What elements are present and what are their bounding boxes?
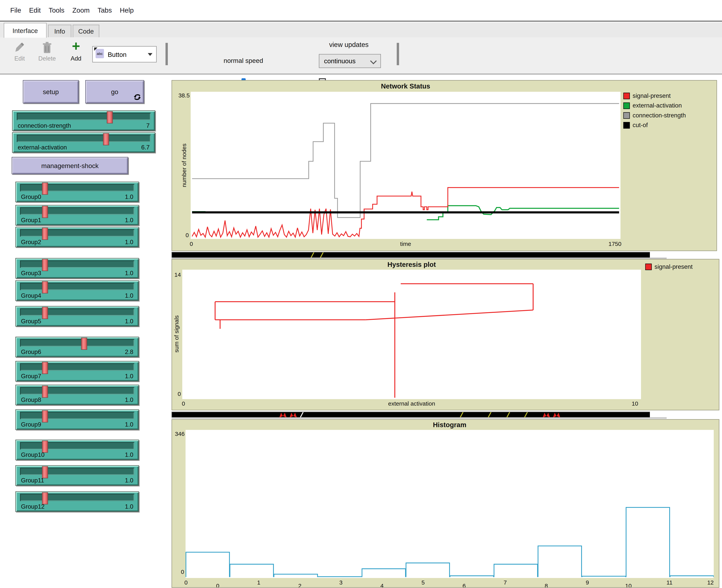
menu-item-edit[interactable]: Edit xyxy=(29,6,41,14)
go-forever-icon xyxy=(134,93,141,101)
slider-group3[interactable]: Group3 1.0 xyxy=(15,258,139,279)
slider-connection-strength[interactable]: connection-strength 7 xyxy=(12,110,155,131)
world-view-border xyxy=(172,257,667,259)
slider-label: Group1 xyxy=(21,216,41,224)
x-axis-max: 1750 xyxy=(597,241,621,247)
x-tick-label: 11 xyxy=(664,580,675,586)
update-mode-select[interactable]: continuous xyxy=(319,54,381,68)
slider-external-activation[interactable]: external-activation 6.7 xyxy=(12,132,155,153)
histogram-bar-10 xyxy=(626,507,669,577)
slider-handle[interactable] xyxy=(42,441,48,453)
slider-group8[interactable]: Group8 1.0 xyxy=(15,385,139,405)
menu-item-file[interactable]: File xyxy=(10,6,21,14)
legend-swatch-signal-present xyxy=(645,263,652,270)
slider-value: 1.0 xyxy=(125,451,133,458)
slider-handle[interactable] xyxy=(42,206,48,218)
slider-group6[interactable]: Group6 2.8 xyxy=(15,337,139,357)
slider-handle[interactable] xyxy=(42,385,48,398)
go-button[interactable]: go xyxy=(85,80,144,103)
plot-title: Hysteresis plot xyxy=(182,261,641,268)
slider-group1[interactable]: Group1 1.0 xyxy=(15,205,139,226)
slider-handle[interactable] xyxy=(42,362,48,374)
x-axis-label: time xyxy=(191,241,621,247)
widget-type-select[interactable]: abc Button xyxy=(92,46,157,62)
slider-handle[interactable] xyxy=(42,183,48,195)
slider-label: connection-strength xyxy=(18,122,71,129)
y-axis-max: 14 xyxy=(173,272,181,278)
menu-item-zoom[interactable]: Zoom xyxy=(73,6,90,14)
slider-handle[interactable] xyxy=(42,492,48,504)
slider-group2[interactable]: Group2 1.0 xyxy=(15,227,139,247)
y-axis-max: 346 xyxy=(173,431,184,437)
slider-value: 1.0 xyxy=(125,318,133,325)
legend-swatch-cut-off xyxy=(623,122,630,128)
slider-handle[interactable] xyxy=(103,133,109,145)
slider-handle[interactable] xyxy=(42,307,48,319)
slider-track xyxy=(20,387,134,394)
slider-handle[interactable] xyxy=(42,466,48,478)
slider-handle[interactable] xyxy=(42,259,48,271)
tab-interface[interactable]: Interface xyxy=(4,23,47,38)
setup-button[interactable]: setup xyxy=(23,80,79,103)
legend-swatch-external-activation xyxy=(623,102,630,109)
plot-hysteresis: Hysteresis plot 14 0 sum of signals 0 ex… xyxy=(172,259,719,410)
slider-group4[interactable]: Group4 1.0 xyxy=(15,280,139,301)
tab-code[interactable]: Code xyxy=(73,25,99,37)
world-turtle xyxy=(543,413,550,417)
slider-group7[interactable]: Group7 1.0 xyxy=(15,361,139,381)
world-mark xyxy=(300,412,304,417)
plot-network-status: Network Status 38.5 0 number of nodes 0 … xyxy=(172,80,717,251)
menu-item-help[interactable]: Help xyxy=(120,6,134,14)
slider-value: 6.7 xyxy=(141,144,149,151)
slider-group9[interactable]: Group9 1.0 xyxy=(15,410,139,430)
world-link xyxy=(310,252,315,257)
x-tick-label: 1 xyxy=(253,580,264,586)
x-tick-label: 2 xyxy=(294,583,305,588)
slider-track xyxy=(20,412,134,419)
slider-group0[interactable]: Group0 1.0 xyxy=(15,182,139,202)
world-link xyxy=(524,412,528,417)
slider-group12[interactable]: Group12 1.0 xyxy=(15,491,139,512)
chevron-down-icon xyxy=(148,53,153,56)
edit-button[interactable]: Edit xyxy=(8,55,31,62)
legend-label: external-activation xyxy=(633,102,682,109)
menu-bar: FileEditToolsZoomTabsHelp xyxy=(0,0,722,21)
slider-group10[interactable]: Group10 1.0 xyxy=(15,440,139,460)
x-tick-label: 10 xyxy=(623,583,634,588)
tab-info[interactable]: Info xyxy=(48,25,71,37)
menu-item-tools[interactable]: Tools xyxy=(49,6,64,14)
hysteresis-chart xyxy=(182,270,641,399)
histogram-bar-6 xyxy=(450,576,494,577)
x-tick-label: 3 xyxy=(335,580,346,586)
slider-track xyxy=(20,229,134,236)
world-view-border xyxy=(172,417,667,419)
slider-label: Group0 xyxy=(21,193,41,200)
plot-histogram: Histogram 346 0 00123456789101112 xyxy=(172,419,719,588)
delete-button[interactable]: Delete xyxy=(33,55,62,62)
y-axis-label: sum of signals xyxy=(174,315,180,353)
slider-handle[interactable] xyxy=(42,228,48,240)
add-button[interactable]: Add xyxy=(68,55,84,62)
slider-handle[interactable] xyxy=(42,281,48,293)
network-status-chart xyxy=(191,92,621,239)
management-shock-button[interactable]: management-shock xyxy=(12,157,128,174)
legend-label: connection-strength xyxy=(633,112,686,119)
slider-value: 1.0 xyxy=(125,292,133,299)
plot-area xyxy=(185,430,714,578)
slider-group5[interactable]: Group5 1.0 xyxy=(15,306,139,327)
world-view-strip xyxy=(172,412,650,417)
slider-handle[interactable] xyxy=(81,338,87,350)
slider-track xyxy=(20,260,134,268)
slider-value: 1.0 xyxy=(125,216,133,224)
slider-group11[interactable]: Group11 1.0 xyxy=(15,465,139,486)
menu-item-tabs[interactable]: Tabs xyxy=(98,6,112,14)
chevron-down-icon xyxy=(370,58,377,64)
slider-label: Group2 xyxy=(21,238,41,246)
toolbar-separator xyxy=(165,43,168,65)
x-tick-label: 0 xyxy=(212,583,223,588)
slider-handle[interactable] xyxy=(107,111,113,123)
slider-label: Group10 xyxy=(21,451,44,458)
world-link xyxy=(487,412,492,417)
slider-value: 1.0 xyxy=(125,238,133,246)
slider-handle[interactable] xyxy=(42,410,48,422)
